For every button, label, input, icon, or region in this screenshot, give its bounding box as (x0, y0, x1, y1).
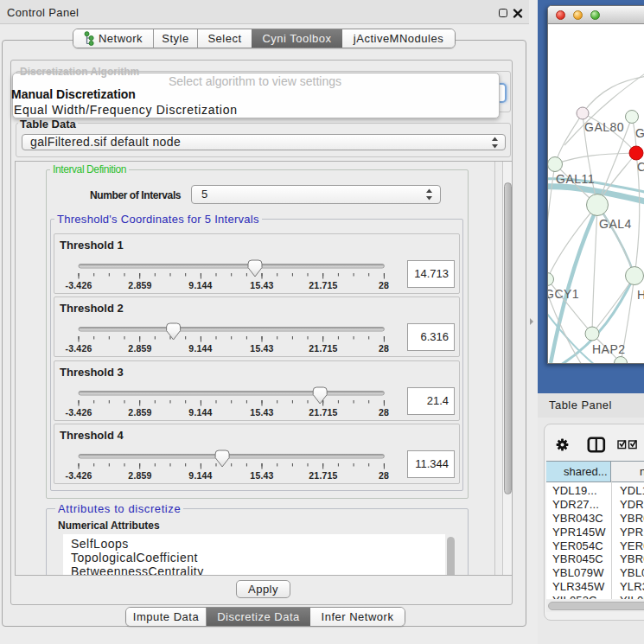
svg-text:H: H (637, 288, 644, 302)
svg-text:GAL11: GAL11 (556, 172, 595, 186)
svg-text:HAP2: HAP2 (592, 342, 626, 356)
svg-text:GCY1: GCY1 (548, 287, 579, 301)
svg-text:GAL4: GAL4 (599, 217, 632, 231)
svg-text:GA: GA (635, 126, 644, 140)
svg-text:C: C (637, 160, 644, 174)
svg-text:GAL80: GAL80 (584, 120, 624, 134)
